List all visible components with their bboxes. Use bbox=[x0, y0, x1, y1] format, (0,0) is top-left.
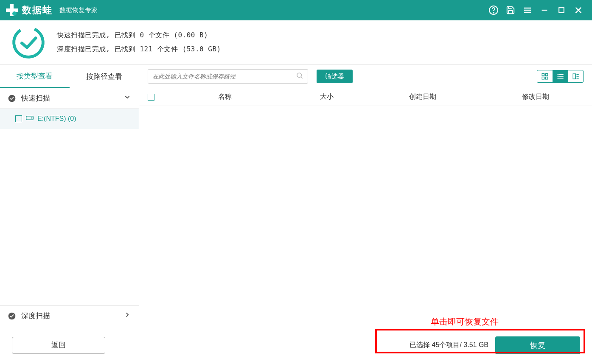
column-modified[interactable]: 修改日期 bbox=[479, 92, 592, 101]
sidebar: 按类型查看 按路径查看 快速扫描 E:(NTFS) ( bbox=[0, 65, 139, 326]
view-list-icon[interactable] bbox=[553, 70, 568, 82]
svg-rect-21 bbox=[542, 77, 544, 79]
menu-icon[interactable] bbox=[519, 0, 536, 20]
sidebar-item-quick-scan[interactable]: 快速扫描 bbox=[0, 88, 139, 109]
column-size[interactable]: 大小 bbox=[287, 92, 366, 101]
chevron-down-icon bbox=[123, 93, 131, 103]
logo: 数据蛙 bbox=[5, 3, 53, 17]
svg-point-12 bbox=[10, 24, 47, 61]
save-icon[interactable] bbox=[502, 0, 519, 20]
filter-button[interactable]: 筛选器 bbox=[317, 70, 353, 83]
view-switch bbox=[537, 70, 584, 83]
column-name[interactable]: 名称 bbox=[163, 92, 287, 101]
search-icon[interactable] bbox=[296, 72, 303, 81]
back-button[interactable]: 返回 bbox=[12, 337, 105, 354]
toolbar: 筛选器 bbox=[139, 65, 592, 88]
svg-point-15 bbox=[31, 118, 32, 118]
svg-line-18 bbox=[301, 77, 303, 78]
view-detail-icon[interactable] bbox=[568, 70, 583, 82]
maximize-icon[interactable] bbox=[553, 0, 570, 20]
svg-point-26 bbox=[558, 74, 558, 75]
check-circle-icon bbox=[8, 312, 16, 320]
svg-rect-29 bbox=[573, 74, 575, 79]
chevron-right-icon bbox=[123, 311, 131, 321]
app-logo-icon bbox=[5, 3, 19, 17]
svg-rect-20 bbox=[546, 73, 548, 76]
select-all-checkbox[interactable] bbox=[148, 94, 154, 101]
help-icon[interactable] bbox=[485, 0, 502, 20]
content-pane: 筛选器 bbox=[139, 65, 592, 326]
selection-summary: 已选择 45个项目/ 3.51 GB bbox=[410, 341, 488, 350]
minimize-icon[interactable] bbox=[536, 0, 553, 20]
svg-rect-1 bbox=[6, 8, 18, 12]
check-circle-icon bbox=[8, 94, 16, 103]
view-grid-icon[interactable] bbox=[537, 70, 553, 82]
svg-rect-9 bbox=[559, 8, 564, 13]
annotation-text: 单击即可恢复文件 bbox=[431, 316, 499, 328]
svg-point-28 bbox=[558, 78, 558, 79]
sidebar-item-label: 深度扫描 bbox=[21, 311, 50, 321]
svg-point-2 bbox=[12, 11, 17, 16]
app-name: 数据蛙 bbox=[22, 4, 53, 17]
svg-point-27 bbox=[558, 76, 558, 77]
table-body bbox=[139, 106, 592, 326]
sidebar-item-deep-scan[interactable]: 深度扫描 bbox=[0, 305, 139, 326]
search-field-wrap bbox=[148, 69, 308, 84]
svg-rect-19 bbox=[542, 73, 544, 76]
app-subtitle: 数据恢复专家 bbox=[59, 6, 98, 14]
close-icon[interactable] bbox=[570, 0, 587, 20]
sidebar-item-label: 快速扫描 bbox=[21, 93, 50, 103]
scan-status-strip: 快速扫描已完成, 已找到 0 个文件 (0.00 B) 深度扫描已完成, 已找到… bbox=[0, 20, 592, 65]
drive-icon bbox=[25, 115, 34, 123]
tab-by-path[interactable]: 按路径查看 bbox=[70, 65, 139, 88]
column-created[interactable]: 创建日期 bbox=[366, 92, 479, 101]
svg-rect-22 bbox=[546, 77, 548, 79]
quick-scan-status: 快速扫描已完成, 已找到 0 个文件 (0.00 B) bbox=[57, 31, 221, 40]
sidebar-item-drive-e[interactable]: E:(NTFS) (0) bbox=[0, 109, 139, 129]
search-input[interactable] bbox=[152, 73, 296, 80]
table-header: 名称 大小 创建日期 修改日期 bbox=[139, 88, 592, 106]
status-check-icon bbox=[10, 24, 47, 61]
svg-point-17 bbox=[297, 73, 302, 78]
tab-by-type[interactable]: 按类型查看 bbox=[0, 65, 70, 88]
deep-scan-status: 深度扫描已完成, 已找到 121 个文件 (53.0 GB) bbox=[57, 45, 221, 54]
svg-point-4 bbox=[493, 12, 494, 13]
footer: 返回 已选择 45个项目/ 3.51 GB 恢复 bbox=[0, 326, 592, 364]
titlebar: 数据蛙 数据恢复专家 bbox=[0, 0, 592, 20]
checkbox-icon[interactable] bbox=[15, 115, 22, 122]
recover-button[interactable]: 恢复 bbox=[495, 336, 580, 354]
sidebar-item-label: E:(NTFS) (0) bbox=[37, 115, 76, 123]
